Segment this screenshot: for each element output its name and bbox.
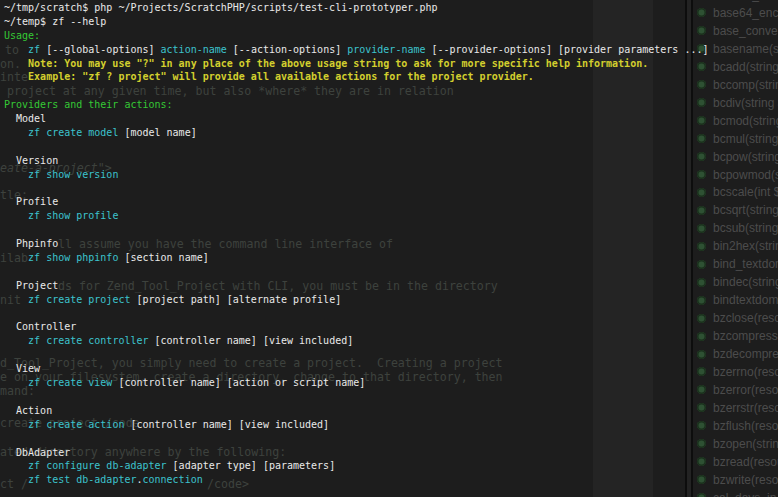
terminal-text-segment: Note: You may use "?" in any place of th…: [4, 58, 648, 69]
terminal-text-segment: Example: "zf ? project" will provide all…: [4, 71, 534, 82]
terminal-text-segment: zf create project: [28, 294, 130, 305]
terminal-line: Action: [4, 404, 708, 418]
function-list-item[interactable]: bzerror(resource $bz): [697, 381, 778, 399]
terminal-text-segment: [--global-options]: [40, 44, 160, 55]
function-list-item[interactable]: bcmod(string $left_operand, string $modu…: [697, 112, 778, 130]
function-list-item[interactable]: bzerrstr(resource $bz): [697, 399, 778, 417]
function-list-item[interactable]: bzwrite(resource $bz, string $data, int …: [697, 471, 778, 489]
terminal-text-segment: [4, 44, 28, 55]
function-list-item[interactable]: bindtextdomain(string $domain, string $d…: [697, 291, 778, 309]
function-list-item-label: bindec(string $binary_string): [713, 275, 778, 289]
function-list-item-label: cal_days_in_month(int $calendar, int $mo…: [713, 491, 778, 497]
function-list-item-label: bindtextdomain(string $domain, string $d…: [713, 293, 778, 307]
function-list-item[interactable]: base64_encode(string $data): [697, 4, 778, 22]
function-list-item-label: bccomp(string $left_operand, string $rig…: [713, 78, 778, 92]
function-list-item-label: bzread(resource $bz, int $length): [713, 455, 778, 469]
terminal-line: Model: [4, 112, 708, 126]
function-list-item[interactable]: bcsub(string $left_operand, string $righ…: [697, 219, 778, 237]
terminal-text-segment: [4, 460, 28, 471]
function-list-item[interactable]: bin2hex(string $str): [697, 237, 778, 255]
terminal-text-segment: DbAdapter: [4, 447, 70, 458]
terminal-text-segment: Project: [4, 280, 58, 291]
terminal-line: [4, 140, 708, 154]
function-list-item-label: base64_decode(string $str): [713, 0, 778, 2]
function-list-item-label: bcscale(int $scale): [713, 185, 778, 199]
function-list-item[interactable]: bcpow(string $left_operand, string $righ…: [697, 148, 778, 166]
terminal-text-segment: zf: [28, 44, 40, 55]
function-list-item[interactable]: bcmul(string $left_operand, string $righ…: [697, 130, 778, 148]
terminal-text-segment: View: [4, 363, 40, 374]
function-list-item-label: bzclose(resource $bz): [713, 311, 778, 325]
terminal-text-segment: zf configure db-adapter: [28, 460, 166, 471]
function-list-item[interactable]: bcpowmod(string $left_operand, string $r…: [697, 166, 778, 184]
terminal-line: zf create view [controller name] [action…: [4, 376, 708, 390]
terminal-text-segment: zf create action: [28, 419, 124, 430]
terminal-line: ~/temp$ zf --help: [4, 15, 708, 29]
terminal-text-segment: zf show phpinfo: [28, 252, 118, 263]
terminal-text-segment: [4, 210, 28, 221]
function-list-item[interactable]: basename(string $path, string $suffix): [697, 40, 778, 58]
function-list-item[interactable]: bzread(resource $bz, int $length): [697, 453, 778, 471]
function-list-item-label: bind_textdomain_codeset(string $domain, …: [713, 257, 778, 271]
terminal-text-segment: zf show version: [28, 169, 118, 180]
function-list-item-label: base_convert(string $number, int $fromba…: [713, 24, 778, 38]
terminal-text-segment: [project path] [alternate profile]: [130, 294, 341, 305]
terminal-text-segment: [4, 127, 28, 138]
function-list-item[interactable]: base_convert(string $number, int $fromba…: [697, 22, 778, 40]
function-list-item[interactable]: bcadd(string $left_operand, string $righ…: [697, 58, 778, 76]
terminal-line: [4, 265, 708, 279]
terminal-line: zf show version: [4, 168, 708, 182]
screen: { "colors": { "bg": "#1d1d1d", "band": "…: [0, 0, 778, 497]
terminal-text-segment: [controller name] [action or script name…: [112, 377, 365, 388]
function-list-item-label: bcmul(string $left_operand, string $righ…: [713, 132, 778, 146]
function-list-item-label: bzerror(resource $bz): [713, 383, 778, 397]
terminal-line: Note: You may use "?" in any place of th…: [4, 57, 708, 71]
terminal-text-segment: Usage:: [4, 30, 40, 41]
terminal-text-segment: Model: [4, 113, 46, 124]
terminal-text-segment: Action: [4, 405, 52, 416]
function-list-item[interactable]: bcscale(int $scale): [697, 183, 778, 201]
terminal-line: zf [--global-options] action-name [--act…: [4, 43, 708, 57]
terminal-line: View: [4, 362, 708, 376]
terminal-line: [4, 307, 708, 321]
terminal-text-segment: [4, 169, 28, 180]
function-list-item[interactable]: bccomp(string $left_operand, string $rig…: [697, 76, 778, 94]
terminal-line: zf create controller [controller name] […: [4, 334, 708, 348]
terminal-line: Profile: [4, 195, 708, 209]
function-list-item[interactable]: bind_textdomain_codeset(string $domain, …: [697, 255, 778, 273]
terminal-line: Phpinfo: [4, 237, 708, 251]
function-list-item-label: basename(string $path, string $suffix): [713, 42, 778, 56]
terminal-line: DbAdapter: [4, 446, 708, 460]
terminal-text-segment: ~/tmp/scratch$ php ~/Projects/ScratchPHP…: [4, 2, 437, 13]
terminal-text-segment: zf show profile: [28, 210, 118, 221]
terminal-text-segment: zf create controller: [28, 335, 148, 346]
function-list-item[interactable]: bcsqrt(string $operand, int $scale): [697, 201, 778, 219]
terminal-line: [4, 223, 708, 237]
function-list-item[interactable]: bzclose(resource $bz): [697, 309, 778, 327]
function-list-item[interactable]: bzerrno(resource $bz): [697, 363, 778, 381]
function-list-item[interactable]: bzopen(string $filename, string $mode): [697, 435, 778, 453]
terminal-text-segment: connection: [143, 474, 203, 485]
terminal-text-segment: [4, 474, 28, 485]
terminal-line: [4, 182, 708, 196]
terminal-line: zf test db-adapter.connection: [4, 473, 708, 487]
terminal-line: ~/tmp/scratch$ php ~/Projects/ScratchPHP…: [4, 1, 708, 15]
terminal-line: Project: [4, 279, 708, 293]
function-list-item-label: bzflush(resource $bz): [713, 419, 778, 433]
function-list-item[interactable]: cal_days_in_month(int $calendar, int $mo…: [697, 489, 778, 497]
function-list-item[interactable]: bindec(string $binary_string): [697, 273, 778, 291]
function-list-item-label: bcdiv(string $left_operand, string $righ…: [713, 96, 778, 110]
terminal-text-segment: zf create view: [28, 377, 112, 388]
terminal-text-segment: [controller name] [view included]: [124, 419, 329, 430]
terminal-text-segment: zf test db-adapter: [28, 474, 136, 485]
terminal-text-segment: Version: [4, 155, 58, 166]
function-list-item[interactable]: bzdecompress(string $source, int $small): [697, 345, 778, 363]
function-list-item[interactable]: bzflush(resource $bz): [697, 417, 778, 435]
function-list-item[interactable]: bzcompress(string $source, int $blocksiz…: [697, 327, 778, 345]
function-list-item[interactable]: bcdiv(string $left_operand, string $righ…: [697, 94, 778, 112]
terminal-output[interactable]: ~/tmp/scratch$ php ~/Projects/ScratchPHP…: [4, 1, 708, 487]
function-list-item-label: base64_encode(string $data): [713, 6, 778, 20]
terminal-text-segment: [4, 294, 28, 305]
function-list-item-label: bin2hex(string $str): [713, 239, 778, 253]
function-list-item-label: bzwrite(resource $bz, string $data, int …: [713, 473, 778, 487]
